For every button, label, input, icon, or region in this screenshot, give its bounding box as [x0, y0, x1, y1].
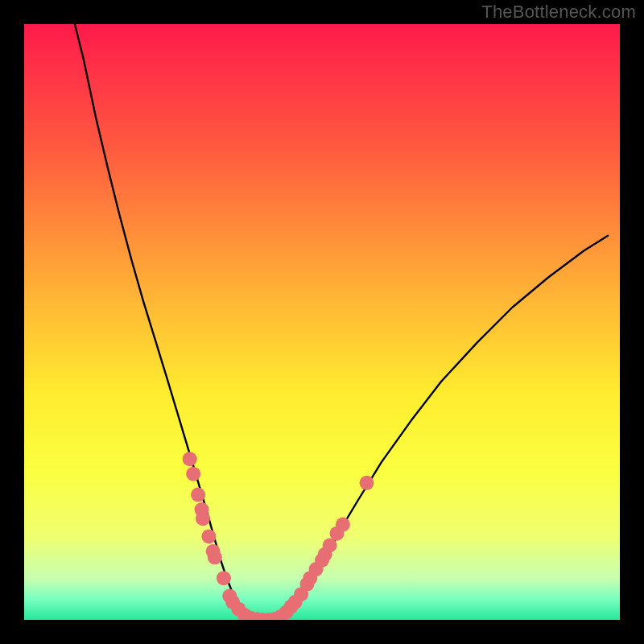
data-point: [186, 467, 200, 481]
data-point: [201, 529, 216, 543]
data-point: [191, 488, 205, 502]
watermark-label: TheBottleneck.com: [481, 2, 636, 23]
data-point: [360, 476, 374, 490]
frame-right: [620, 0, 644, 644]
chart-container: TheBottleneck.com: [0, 0, 644, 644]
data-point: [208, 550, 222, 564]
data-point: [336, 518, 350, 532]
data-point: [196, 511, 210, 526]
frame-left: [0, 0, 24, 644]
data-point: [217, 571, 231, 585]
bottleneck-chart: [0, 0, 644, 644]
data-point: [183, 452, 197, 466]
plot-background: [24, 24, 620, 620]
frame-bottom: [0, 620, 644, 644]
